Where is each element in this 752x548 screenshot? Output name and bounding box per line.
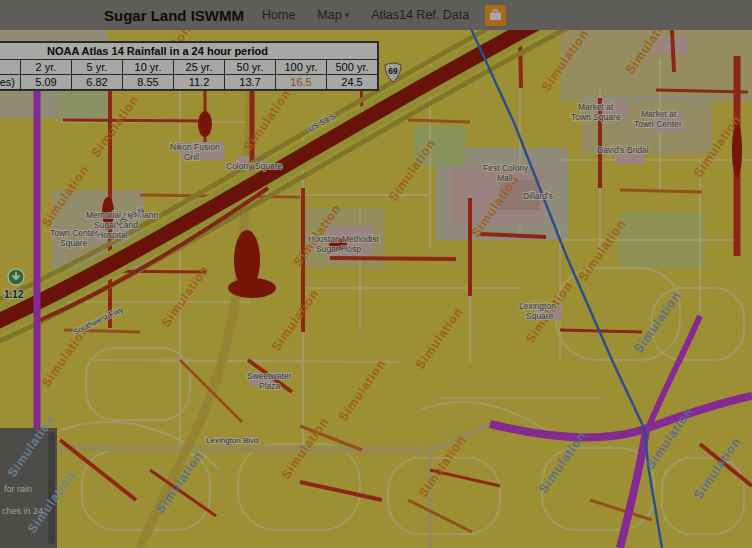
map-label: Square <box>526 311 554 321</box>
map-label: Plaza <box>259 381 281 391</box>
map-label: Nikon Fusion <box>170 142 220 152</box>
rain-gauge-marker[interactable] <box>8 269 24 285</box>
nav-home-label: Home <box>262 8 295 22</box>
map-label: David's Bridal <box>597 145 649 155</box>
shield-label: 69 <box>388 66 398 76</box>
app-header: Sugar Land ISWMM Home Map ▾ Atlas14 Ref.… <box>0 0 752 30</box>
nav-map-label: Map <box>317 8 341 22</box>
rainfall-col-header: 500 yr. <box>327 60 378 75</box>
rainfall-table: NOAA Atlas 14 Rainfall in a 24 hour peri… <box>0 42 378 90</box>
map-label: Sugar Hosp <box>316 244 361 254</box>
map-label: Market at <box>641 109 677 119</box>
legend-text: for rain <box>4 484 32 494</box>
map-label: Hospital <box>97 230 128 240</box>
rainfall-col-header: 5 yr. <box>72 60 123 75</box>
top-nav: Home Map ▾ Atlas14 Ref. Data <box>262 8 469 22</box>
rainfall-col-header <box>0 60 21 75</box>
map-canvas[interactable]: for rain ches in 24 SimulationSimulation… <box>0 30 752 548</box>
rainfall-value: 16.5 <box>276 75 327 90</box>
rainfall-row-label: (inches) <box>0 75 21 90</box>
rainfall-col-header: 10 yr. <box>123 60 174 75</box>
briefcase-icon <box>489 9 502 21</box>
map-label: Town Center <box>634 119 682 129</box>
rainfall-col-header: 2 yr. <box>21 60 72 75</box>
app-title: Sugar Land ISWMM <box>104 7 244 24</box>
rainfall-col-header: 100 yr. <box>276 60 327 75</box>
map-label: Square <box>60 238 88 248</box>
map-label: First Colony <box>483 163 529 173</box>
rainfall-value: 24.5 <box>327 75 378 90</box>
rainfall-col-header: 25 yr. <box>174 60 225 75</box>
map-label: Market at <box>578 102 614 112</box>
nav-map[interactable]: Map ▾ <box>317 8 349 22</box>
rainfall-value: 8.55 <box>123 75 174 90</box>
nav-atlas14-ref-data[interactable]: Atlas14 Ref. Data <box>371 8 469 22</box>
rainfall-value: 13.7 <box>225 75 276 90</box>
map-label: Town Center <box>50 228 98 238</box>
rainfall-value: 5.09 <box>21 75 72 90</box>
rainfall-value: 6.82 <box>72 75 123 90</box>
map-label: Mall <box>497 173 513 183</box>
rainfall-value: 11.2 <box>174 75 225 90</box>
map-label: Lexington <box>519 301 556 311</box>
map-label: Sweetwater <box>247 371 292 381</box>
chevron-down-icon: ▾ <box>345 10 350 20</box>
map-label: Town Square <box>571 112 621 122</box>
briefcase-button[interactable] <box>485 5 506 26</box>
rainfall-col-header: 50 yr. <box>225 60 276 75</box>
map-label: Houston Methodist <box>308 234 380 244</box>
nav-atlas14-label: Atlas14 Ref. Data <box>371 8 469 22</box>
nav-home[interactable]: Home <box>262 8 295 22</box>
map-label: Lexington Blvd <box>206 436 258 445</box>
map-label: Colony Square <box>226 161 283 171</box>
rainfall-table-title: NOAA Atlas 14 Rainfall in a 24 hour peri… <box>0 43 378 60</box>
map-svg: for rain ches in 24 SimulationSimulation… <box>0 30 752 548</box>
map-label: Dillard's <box>523 191 553 201</box>
map-label: Grill <box>184 152 199 162</box>
marker-value-label: 1.12 <box>4 289 24 300</box>
